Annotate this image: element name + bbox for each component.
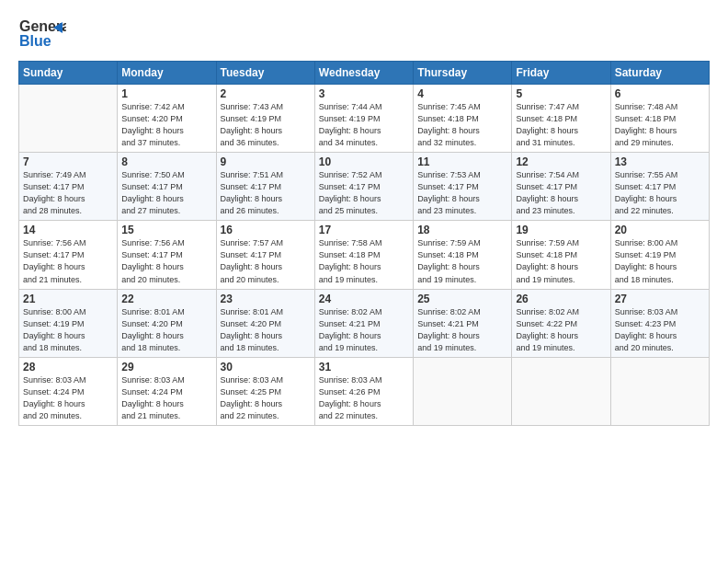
sunrise-text: Sunrise: 7:51 AM: [221, 169, 311, 181]
day-number: 5: [516, 87, 606, 100]
day-number: 20: [615, 224, 705, 236]
daylight-text-line2: and 22 minutes.: [615, 205, 705, 217]
day-number: 7: [23, 155, 113, 168]
sunrise-text: Sunrise: 8:03 AM: [221, 374, 311, 386]
sunset-text: Sunset: 4:21 PM: [319, 318, 409, 330]
calendar-cell: 20Sunrise: 8:00 AMSunset: 4:19 PMDayligh…: [610, 221, 709, 289]
daylight-text-line1: Daylight: 8 hours: [23, 330, 113, 342]
sunset-text: Sunset: 4:20 PM: [121, 113, 211, 125]
sunset-text: Sunset: 4:19 PM: [221, 113, 311, 125]
calendar-table: SundayMondayTuesdayWednesdayThursdayFrid…: [18, 61, 710, 426]
day-info: Sunrise: 7:56 AMSunset: 4:17 PMDaylight:…: [121, 237, 211, 285]
sunrise-text: Sunrise: 7:48 AM: [615, 101, 705, 113]
daylight-text-line2: and 37 minutes.: [121, 137, 211, 149]
daylight-text-line2: and 23 minutes.: [516, 205, 606, 217]
sunset-text: Sunset: 4:18 PM: [516, 113, 606, 125]
sunrise-text: Sunrise: 8:01 AM: [221, 306, 311, 318]
day-info: Sunrise: 7:47 AMSunset: 4:18 PMDaylight:…: [516, 101, 606, 149]
calendar-cell: 27Sunrise: 8:03 AMSunset: 4:23 PMDayligh…: [610, 289, 709, 357]
sunset-text: Sunset: 4:17 PM: [121, 249, 211, 261]
day-number: 2: [221, 87, 311, 100]
weekday-header-row: SundayMondayTuesdayWednesdayThursdayFrid…: [19, 62, 710, 85]
daylight-text-line1: Daylight: 8 hours: [615, 330, 705, 342]
day-info: Sunrise: 7:52 AMSunset: 4:17 PMDaylight:…: [319, 169, 409, 217]
day-info: Sunrise: 8:03 AMSunset: 4:24 PMDaylight:…: [23, 374, 113, 422]
day-number: 8: [121, 155, 211, 168]
sunrise-text: Sunrise: 7:47 AM: [516, 101, 606, 113]
day-number: 23: [221, 293, 311, 305]
daylight-text-line1: Daylight: 8 hours: [23, 398, 113, 410]
calendar-week-row: 21Sunrise: 8:00 AMSunset: 4:19 PMDayligh…: [19, 289, 710, 357]
weekday-header-saturday: Saturday: [610, 62, 709, 85]
weekday-header-sunday: Sunday: [19, 62, 118, 85]
daylight-text-line2: and 27 minutes.: [121, 205, 211, 217]
day-info: Sunrise: 8:00 AMSunset: 4:19 PMDaylight:…: [23, 306, 113, 354]
calendar-cell: 31Sunrise: 8:03 AMSunset: 4:26 PMDayligh…: [314, 357, 413, 425]
sunset-text: Sunset: 4:17 PM: [615, 181, 705, 193]
header: General Blue: [18, 15, 710, 53]
daylight-text-line1: Daylight: 8 hours: [221, 330, 311, 342]
daylight-text-line2: and 19 minutes.: [319, 342, 409, 354]
sunset-text: Sunset: 4:19 PM: [615, 249, 705, 261]
day-number: 9: [221, 155, 311, 168]
daylight-text-line2: and 34 minutes.: [319, 137, 409, 149]
daylight-text-line2: and 31 minutes.: [516, 137, 606, 149]
daylight-text-line2: and 25 minutes.: [319, 205, 409, 217]
daylight-text-line2: and 20 minutes.: [23, 410, 113, 422]
daylight-text-line2: and 20 minutes.: [221, 274, 311, 286]
sunset-text: Sunset: 4:17 PM: [417, 181, 507, 193]
sunrise-text: Sunrise: 8:02 AM: [516, 306, 606, 318]
calendar-cell: 13Sunrise: 7:55 AMSunset: 4:17 PMDayligh…: [610, 153, 709, 221]
daylight-text-line2: and 22 minutes.: [221, 410, 311, 422]
calendar-cell: [512, 357, 610, 425]
sunrise-text: Sunrise: 7:56 AM: [23, 237, 113, 249]
day-number: 15: [121, 224, 211, 236]
day-info: Sunrise: 7:53 AMSunset: 4:17 PMDaylight:…: [417, 169, 507, 217]
daylight-text-line1: Daylight: 8 hours: [615, 193, 705, 205]
daylight-text-line1: Daylight: 8 hours: [516, 261, 606, 273]
sunrise-text: Sunrise: 7:54 AM: [516, 169, 606, 181]
day-number: 25: [417, 293, 507, 305]
calendar-cell: 17Sunrise: 7:58 AMSunset: 4:18 PMDayligh…: [314, 221, 413, 289]
daylight-text-line1: Daylight: 8 hours: [121, 261, 211, 273]
day-number: 28: [23, 361, 113, 373]
daylight-text-line1: Daylight: 8 hours: [121, 193, 211, 205]
sunset-text: Sunset: 4:20 PM: [121, 318, 211, 330]
calendar-cell: [19, 85, 118, 153]
sunrise-text: Sunrise: 7:44 AM: [319, 101, 409, 113]
daylight-text-line1: Daylight: 8 hours: [417, 261, 507, 273]
day-number: 3: [319, 87, 409, 100]
weekday-header-thursday: Thursday: [414, 62, 512, 85]
day-info: Sunrise: 7:54 AMSunset: 4:17 PMDaylight:…: [516, 169, 606, 217]
day-number: 19: [516, 224, 606, 236]
daylight-text-line2: and 21 minutes.: [121, 410, 211, 422]
daylight-text-line2: and 19 minutes.: [516, 342, 606, 354]
day-number: 13: [615, 155, 705, 168]
sunset-text: Sunset: 4:17 PM: [319, 181, 409, 193]
sunset-text: Sunset: 4:22 PM: [516, 318, 606, 330]
calendar-cell: 28Sunrise: 8:03 AMSunset: 4:24 PMDayligh…: [19, 357, 118, 425]
sunrise-text: Sunrise: 7:42 AM: [121, 101, 211, 113]
day-info: Sunrise: 7:59 AMSunset: 4:18 PMDaylight:…: [417, 237, 507, 285]
daylight-text-line2: and 26 minutes.: [221, 205, 311, 217]
day-number: 12: [516, 155, 606, 168]
daylight-text-line1: Daylight: 8 hours: [221, 125, 311, 137]
sunset-text: Sunset: 4:20 PM: [221, 318, 311, 330]
daylight-text-line1: Daylight: 8 hours: [417, 193, 507, 205]
sunrise-text: Sunrise: 8:00 AM: [615, 237, 705, 249]
daylight-text-line2: and 32 minutes.: [417, 137, 507, 149]
sunrise-text: Sunrise: 8:03 AM: [319, 374, 409, 386]
sunrise-text: Sunrise: 7:57 AM: [221, 237, 311, 249]
calendar-cell: 11Sunrise: 7:53 AMSunset: 4:17 PMDayligh…: [414, 153, 512, 221]
daylight-text-line2: and 20 minutes.: [615, 342, 705, 354]
sunset-text: Sunset: 4:26 PM: [319, 386, 409, 398]
daylight-text-line2: and 18 minutes.: [221, 342, 311, 354]
page: General Blue SundayMondayTuesdayWednesda…: [0, 0, 728, 563]
daylight-text-line2: and 19 minutes.: [417, 342, 507, 354]
calendar-cell: 19Sunrise: 7:59 AMSunset: 4:18 PMDayligh…: [512, 221, 610, 289]
calendar-cell: 21Sunrise: 8:00 AMSunset: 4:19 PMDayligh…: [19, 289, 118, 357]
sunset-text: Sunset: 4:17 PM: [121, 181, 211, 193]
sunset-text: Sunset: 4:23 PM: [615, 318, 705, 330]
day-info: Sunrise: 7:45 AMSunset: 4:18 PMDaylight:…: [417, 101, 507, 149]
day-number: 10: [319, 155, 409, 168]
